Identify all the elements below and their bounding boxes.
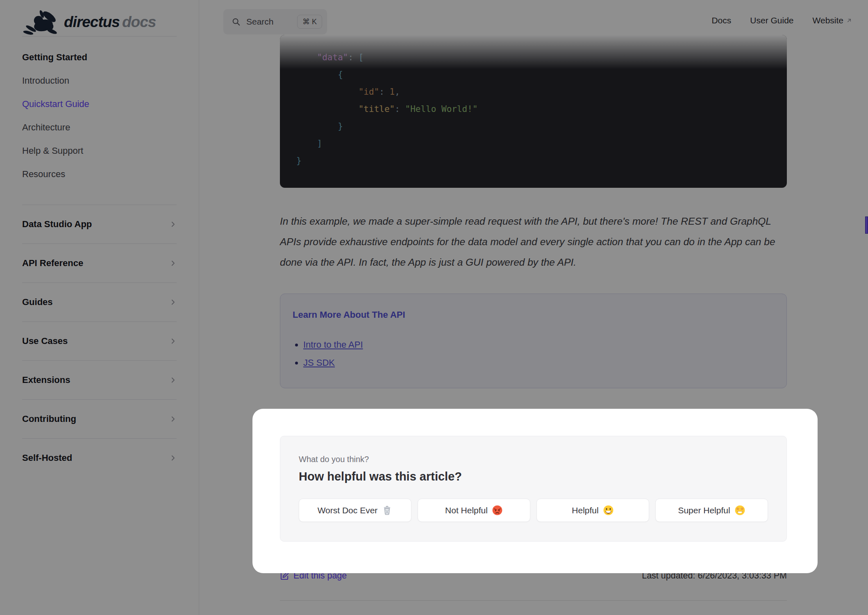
button-label: Super Helpful [678, 506, 730, 515]
grinning-face-icon [603, 505, 614, 516]
button-label: Helpful [572, 506, 598, 515]
feedback-title: How helpful was this article? [299, 469, 768, 484]
star-struck-icon [734, 505, 745, 516]
feedback-card: What do you think? How helpful was this … [280, 436, 787, 542]
enraged-face-icon [492, 505, 503, 516]
not-helpful-button[interactable]: Not Helpful [418, 499, 530, 522]
super-helpful-button[interactable]: Super Helpful [655, 499, 768, 522]
feedback-spotlight: What do you think? How helpful was this … [252, 409, 818, 573]
wastebasket-icon [382, 505, 393, 516]
button-label: Not Helpful [445, 506, 488, 515]
feedback-eyebrow: What do you think? [299, 454, 768, 464]
docs-page: directusdocs Getting Started Introductio… [0, 0, 868, 615]
worst-doc-ever-button[interactable]: Worst Doc Ever [299, 499, 411, 522]
feedback-buttons: Worst Doc EverNot HelpfulHelpfulSuper He… [299, 499, 768, 522]
button-label: Worst Doc Ever [318, 506, 378, 515]
helpful-button[interactable]: Helpful [536, 499, 649, 522]
